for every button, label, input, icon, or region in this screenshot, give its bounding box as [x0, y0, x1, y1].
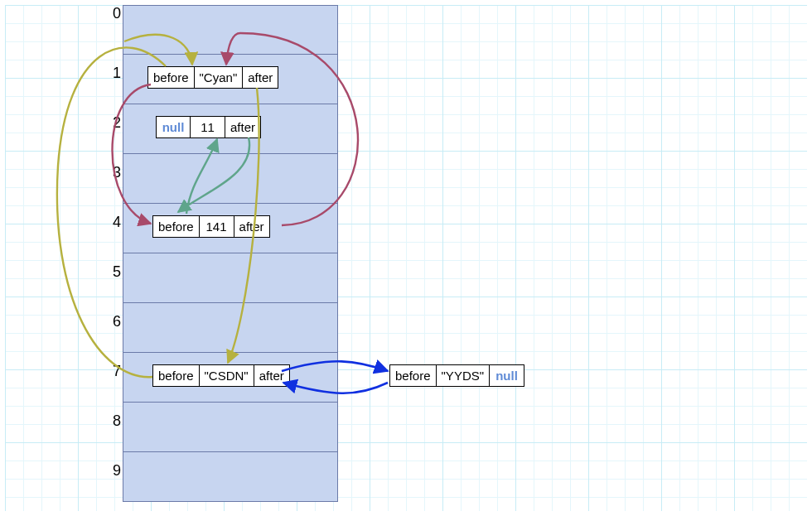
slot-3	[123, 154, 338, 204]
slot-6	[123, 303, 338, 353]
node-cyan: before "Cyan" after	[147, 66, 278, 89]
index-6: 6	[96, 313, 121, 330]
slot-8	[123, 403, 338, 452]
node-141: before 141 after	[152, 215, 270, 238]
index-3: 3	[96, 164, 121, 181]
node-csdn-before: before	[152, 364, 200, 387]
index-0: 0	[96, 5, 121, 22]
node-141-before: before	[152, 215, 200, 238]
node-11-after: after	[225, 116, 261, 138]
node-cyan-before: before	[147, 66, 195, 89]
index-1: 1	[96, 65, 121, 82]
index-9: 9	[96, 462, 121, 480]
node-csdn-after: after	[254, 364, 290, 387]
index-4: 4	[96, 214, 121, 231]
node-141-after: after	[234, 215, 270, 238]
node-cyan-after: after	[243, 66, 278, 89]
node-yyds-after: null	[490, 364, 524, 387]
node-11-before: null	[156, 116, 191, 138]
node-yyds-before: before	[389, 364, 437, 387]
slot-5	[123, 253, 338, 303]
node-141-value: 141	[200, 215, 234, 238]
index-5: 5	[96, 263, 121, 281]
index-7: 7	[96, 363, 121, 380]
node-11-value: 11	[191, 116, 225, 138]
node-csdn-value: "CSDN"	[200, 364, 254, 387]
slot-9	[123, 452, 338, 502]
node-yyds-value: "YYDS"	[437, 364, 491, 387]
index-8: 8	[96, 412, 121, 430]
node-yyds: before "YYDS" null	[389, 364, 524, 387]
node-csdn: before "CSDN" after	[152, 364, 290, 387]
node-cyan-value: "Cyan"	[195, 66, 244, 89]
index-2: 2	[96, 114, 121, 132]
node-11: null 11 after	[156, 116, 261, 138]
slot-0	[123, 5, 338, 55]
